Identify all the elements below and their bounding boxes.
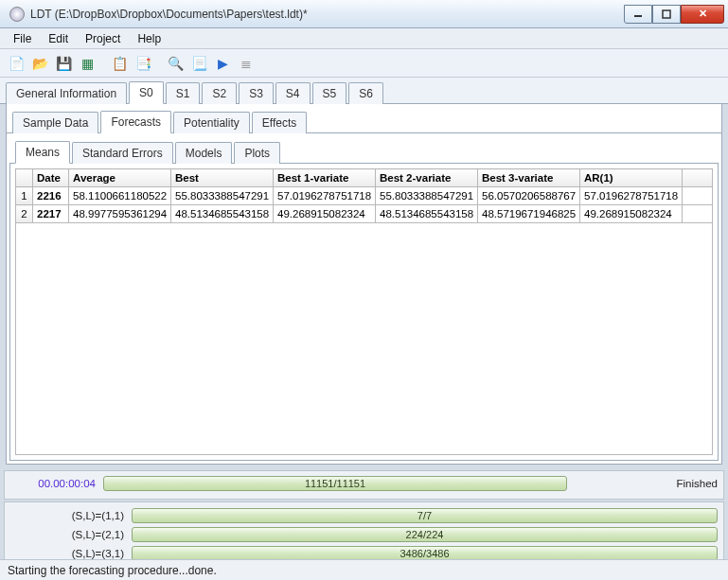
excel-icon[interactable]: ▦ — [77, 53, 98, 74]
menu-edit[interactable]: Edit — [41, 30, 76, 47]
menu-project[interactable]: Project — [78, 30, 128, 47]
main-progress-bar: 11151/11151 — [103, 476, 567, 491]
col-average[interactable]: Average — [69, 169, 171, 187]
tab-models[interactable]: Models — [175, 142, 233, 164]
progress-status: Finished — [677, 478, 718, 489]
search-icon[interactable]: 🔍 — [165, 53, 186, 74]
cell-extra[interactable] — [683, 187, 713, 205]
col-rownum[interactable] — [16, 169, 33, 187]
row-num: 1 — [16, 187, 33, 205]
col-best2[interactable]: Best 2-variate — [376, 169, 478, 187]
menu-file[interactable]: File — [6, 30, 39, 47]
maximize-button[interactable] — [652, 5, 681, 24]
app-icon — [9, 7, 25, 22]
table-row[interactable]: 2 2217 48.9977595361294 48.5134685543158… — [16, 205, 713, 223]
doc-icon[interactable]: 📃 — [188, 53, 209, 74]
tab-general-information[interactable]: General Information — [6, 82, 127, 104]
save-icon[interactable]: 💾 — [53, 53, 74, 74]
sub-progress-text: 224/224 — [133, 528, 717, 541]
status-text: Starting the forecasting procedure...don… — [8, 564, 217, 577]
main-progress-panel: 00.00:00:04 11151/11151 Finished — [4, 470, 724, 500]
col-ar1[interactable]: AR(1) — [580, 169, 683, 187]
main-tabs: General Information S0 S1 S2 S3 S4 S5 S6 — [0, 78, 728, 104]
col-extra[interactable] — [683, 169, 713, 187]
cell-b2[interactable]: 55.8033388547291 — [376, 187, 478, 205]
sub-progress-bar: 224/224 — [132, 527, 718, 542]
tab-s2[interactable]: S2 — [202, 82, 237, 104]
minimize-button[interactable] — [624, 5, 652, 24]
sub-progress-label: (S,L)=(3,1) — [10, 548, 124, 559]
tab-s0[interactable]: S0 — [129, 81, 164, 104]
cell-date[interactable]: 2216 — [33, 187, 69, 205]
tab-plots[interactable]: Plots — [234, 142, 280, 164]
run-icon[interactable]: ▶ — [212, 53, 233, 74]
table-row[interactable]: 1 2216 58.1100661180522 55.8033388547291… — [16, 187, 713, 205]
cell-ar1[interactable]: 57.0196278751718 — [580, 187, 683, 205]
col-best1[interactable]: Best 1-variate — [274, 169, 376, 187]
cell-b2[interactable]: 48.5134685543158 — [376, 205, 478, 223]
tab-effects[interactable]: Effects — [252, 112, 307, 133]
tab-forecasts[interactable]: Forecasts — [100, 111, 171, 133]
tab-means[interactable]: Means — [15, 141, 70, 164]
sub-progress-label: (S,L)=(1,1) — [10, 510, 124, 521]
col-date[interactable]: Date — [33, 169, 69, 187]
tab-s5[interactable]: S5 — [312, 82, 347, 104]
sub-progress-text: 7/7 — [133, 509, 717, 522]
cell-b3[interactable]: 56.0570206588767 — [478, 187, 580, 205]
close-button[interactable]: ✕ — [681, 5, 724, 24]
tab-sample-data[interactable]: Sample Data — [12, 112, 98, 133]
cell-b1[interactable]: 57.0196278751718 — [274, 187, 376, 205]
inner-tabs: Means Standard Errors Models Plots — [9, 136, 719, 164]
grid-empty-area — [15, 223, 713, 455]
sub-progress-text: 3486/3486 — [133, 547, 717, 560]
window-title: LDT (E:\DropBox\Dropbox\Documents\Papers… — [30, 8, 624, 21]
cell-b1[interactable]: 49.268915082324 — [274, 205, 376, 223]
cell-best[interactable]: 55.8033388547291 — [171, 187, 274, 205]
sub-tabs: Sample Data Forecasts Potentiality Effec… — [7, 106, 721, 133]
svg-rect-1 — [663, 10, 670, 18]
data-grid[interactable]: Date Average Best Best 1-variate Best 2-… — [9, 164, 719, 461]
tab-s6[interactable]: S6 — [348, 82, 383, 104]
menu-bar: File Edit Project Help — [0, 28, 728, 49]
toolbar: 📄 📂 💾 ▦ 📋 📑 🔍 📃 ▶ ≣ — [0, 49, 728, 78]
menu-help[interactable]: Help — [130, 30, 169, 47]
cell-avg[interactable]: 48.9977595361294 — [69, 205, 171, 223]
tab-s1[interactable]: S1 — [166, 82, 201, 104]
tab-s4[interactable]: S4 — [275, 82, 311, 104]
cell-date[interactable]: 2217 — [33, 205, 69, 223]
list-icon[interactable]: ≣ — [236, 53, 257, 74]
tab-standard-errors[interactable]: Standard Errors — [72, 142, 173, 164]
row-num: 2 — [16, 205, 33, 223]
table-header-row: Date Average Best Best 1-variate Best 2-… — [16, 169, 713, 187]
sub-progress-bar: 7/7 — [132, 508, 718, 523]
tab-s3[interactable]: S3 — [239, 82, 274, 104]
new-file-icon[interactable]: 📄 — [6, 53, 27, 74]
col-best3[interactable]: Best 3-variate — [478, 169, 580, 187]
copy-multi-icon[interactable]: 📑 — [133, 53, 153, 74]
col-best[interactable]: Best — [171, 169, 274, 187]
cell-ar1[interactable]: 49.268915082324 — [580, 205, 683, 223]
title-bar: LDT (E:\DropBox\Dropbox\Documents\Papers… — [0, 0, 728, 28]
main-progress-text: 11151/11151 — [104, 477, 566, 490]
elapsed-time: 00.00:00:04 — [10, 478, 96, 489]
copy-icon[interactable]: 📋 — [109, 53, 130, 74]
sub-progress-label: (S,L)=(2,1) — [10, 529, 124, 540]
cell-extra[interactable] — [683, 205, 713, 223]
cell-avg[interactable]: 58.1100661180522 — [69, 187, 171, 205]
status-bar: Starting the forecasting procedure...don… — [0, 559, 728, 580]
cell-best[interactable]: 48.5134685543158 — [171, 205, 274, 223]
open-folder-icon[interactable]: 📂 — [29, 53, 50, 74]
cell-b3[interactable]: 48.5719671946825 — [478, 205, 580, 223]
tab-potentiality[interactable]: Potentiality — [173, 112, 250, 133]
